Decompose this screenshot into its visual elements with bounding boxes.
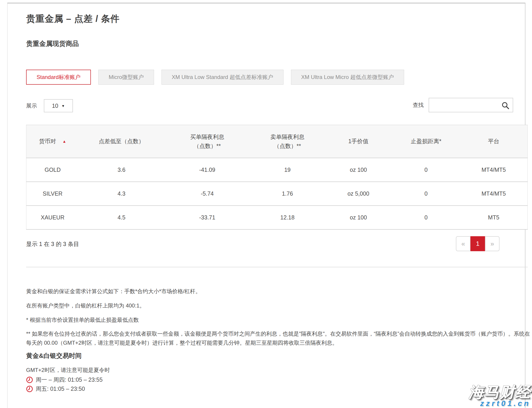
search-label: 查找 [413,102,424,109]
section-divider [26,267,528,267]
swap-long-line2: （点数）** [164,141,250,150]
timezone-note: GMT+2时区，请注意可能是夏令时 [26,366,110,374]
tab-ultra-low-standard-account[interactable]: XM Ultra Low Standard 超低点差标准账户 [161,70,284,85]
pagination-page-1-button[interactable]: 1 [470,236,485,251]
note-margin-formula: 黄金和白银的保证金需求计算公式如下：手数*合约大小*市场价格/杠杆。 [26,287,532,296]
note-stop-level: * 根据当前市价设置挂单的最低止损盈最低点数 [26,315,532,325]
table-header-row: 货币对▲ 点差低至（点数） 买单隔夜利息 （点数）** 卖单隔夜利息 （点数）*… [26,125,528,158]
swap-long-line1: 买单隔夜利息 [164,132,250,141]
table-row-gold: GOLD 3.6 -41.09 19 oz 100 0 MT4/MT5 [26,158,528,182]
page-container: 贵重金属 – 点差 / 条件 贵重金属现货商品 Standard标准账户 Mic… [7,3,525,408]
table-row-xaueur: XAUEUR 4.5 -33.71 12.18 oz 100 0 MT5 [26,206,528,230]
note-silver-leverage: 在所有账户类型中，白银的杠杆上限均为 400:1。 [26,301,532,310]
chevron-down-icon: ▼ [61,104,65,108]
pagination-summary: 显示 1 在 3 的 3 条目 [26,240,79,248]
search-control: 查找 [413,98,513,112]
page-size-control: 展示 10 ▼ [26,99,73,112]
cell-stop-level: 0 [392,182,460,206]
cell-lot-value: oz 100 [325,158,392,182]
trading-hours-fri-text: 周五: 01:05 – 23:50 [36,385,85,392]
cell-swap-long: -41.09 [164,158,250,182]
swap-short-line1: 卖单隔夜利息 [250,132,324,141]
page-size-value: 10 [52,102,58,109]
table-row-silver: SILVER 4.3 -5.74 1.76 oz 5,000 0 MT4/MT5 [26,182,528,206]
column-header-spread-low[interactable]: 点差低至（点数） [79,125,164,158]
cell-lot-value: oz 100 [325,206,392,230]
column-header-lot-value[interactable]: 1手价值 [325,125,392,158]
note-swap-explanation: ** 如果您有仓位持仓过夜的话，那么您会支付或者获取一些金额，该金额便是两个货币… [26,329,532,348]
pagination: « 1 » [456,236,499,251]
cell-swap-short: 12.18 [250,206,325,230]
page-title: 贵重金属 – 点差 / 条件 [26,12,120,25]
trading-hours-mon-thu-text: 周一 – 周四: 01:05 – 23:55 [36,376,103,383]
cell-spread-low: 4.5 [79,206,164,230]
trading-hours-mon-thu: 周一 – 周四: 01:05 – 23:55 [26,376,103,383]
clock-icon [26,376,33,383]
cell-swap-long: -5.74 [164,182,250,206]
page-subtitle: 贵重金属现货商品 [26,39,79,48]
column-header-swap-short[interactable]: 卖单隔夜利息 （点数）** [250,125,325,158]
pagination-prev-button[interactable]: « [456,236,470,251]
pagination-next-button[interactable]: » [485,236,499,251]
cell-symbol: SILVER [26,182,79,206]
tab-ultra-low-micro-account[interactable]: XM Ultra Low Micro 超低点差微型账户 [291,70,404,85]
cell-swap-short: 1.76 [250,182,325,206]
cell-symbol: GOLD [26,158,79,182]
cell-swap-short: 19 [250,158,325,182]
cell-lot-value: oz 5,000 [325,182,392,206]
column-header-symbol[interactable]: 货币对▲ [26,125,79,158]
cell-platform: MT4/MT5 [460,158,528,182]
cell-platform: MT4/MT5 [460,182,528,206]
cell-swap-long: -33.71 [164,206,250,230]
search-icon [501,102,510,110]
column-header-stop-level[interactable]: 止盈损距离* [392,125,460,158]
account-type-tabs: Standard标准账户 Micro微型账户 XM Ultra Low Stan… [26,70,404,85]
column-header-platform[interactable]: 平台 [460,125,528,158]
sort-ascending-icon: ▲ [62,139,66,144]
cell-stop-level: 0 [392,158,460,182]
show-label: 展示 [26,102,37,109]
search-box [429,98,513,112]
trading-hours-heading: 黄金&白银交易时间 [26,351,81,360]
search-input[interactable] [429,98,513,112]
spreads-table: 货币对▲ 点差低至（点数） 买单隔夜利息 （点数）** 卖单隔夜利息 （点数）*… [26,125,528,230]
swap-short-line2: （点数）** [250,141,324,150]
cell-stop-level: 0 [392,206,460,230]
tab-standard-account[interactable]: Standard标准账户 [26,70,91,85]
clock-icon [26,385,33,392]
trading-hours-fri: 周五: 01:05 – 23:50 [26,385,85,392]
cell-spread-low: 3.6 [79,158,164,182]
cell-symbol: XAUEUR [26,206,79,230]
page-size-select[interactable]: 10 ▼ [44,99,73,112]
cell-platform: MT5 [460,206,528,230]
cell-spread-low: 4.3 [79,182,164,206]
column-header-symbol-label: 货币对 [39,138,56,144]
tab-micro-account[interactable]: Micro微型账户 [98,70,154,85]
column-header-swap-long[interactable]: 买单隔夜利息 （点数）** [164,125,250,158]
